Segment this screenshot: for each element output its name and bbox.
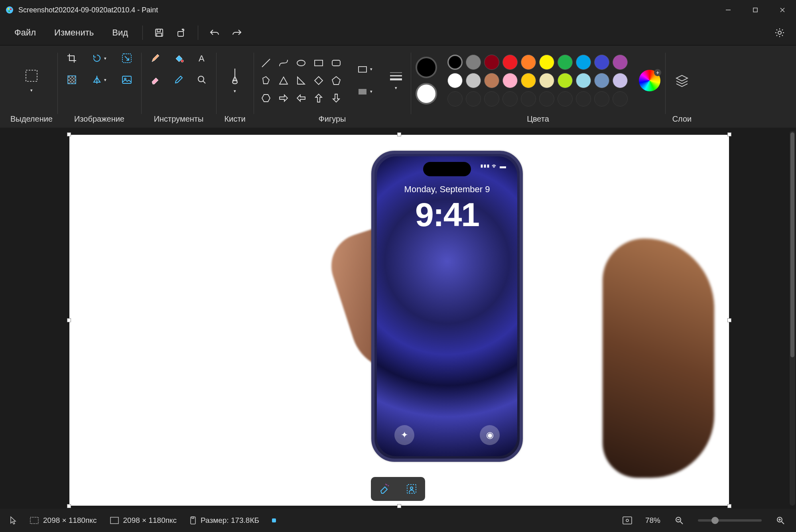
- color-swatch[interactable]: [484, 73, 499, 88]
- color-swatch-empty[interactable]: [447, 91, 463, 106]
- minimize-button[interactable]: [715, 0, 742, 20]
- pencil-tool[interactable]: [146, 49, 165, 68]
- color-swatch[interactable]: [502, 55, 518, 70]
- shape-curve[interactable]: [276, 55, 291, 71]
- eraser-tool[interactable]: [146, 70, 165, 89]
- fill-tool[interactable]: [169, 49, 188, 68]
- menu-view[interactable]: Вид: [105, 24, 135, 41]
- shape-arrow-down[interactable]: [329, 91, 344, 106]
- layers-button[interactable]: [670, 57, 694, 104]
- shape-pentagon[interactable]: [329, 73, 344, 88]
- zoom-slider[interactable]: [698, 519, 762, 522]
- canvas[interactable]: ▮▮▮ ᯤ ▬ Monday, September 9 9:41 ✦ ◉: [69, 135, 729, 506]
- shape-roundrect[interactable]: [329, 55, 344, 71]
- text-tool[interactable]: A: [192, 49, 211, 68]
- color-swatch[interactable]: [484, 55, 499, 70]
- resize-handle[interactable]: [397, 132, 401, 136]
- edit-colors-button[interactable]: [639, 70, 660, 91]
- fit-screen-button[interactable]: [622, 516, 632, 525]
- phone-date: Monday, September 9: [377, 184, 517, 195]
- resize-handle[interactable]: [727, 318, 731, 322]
- zoom-out-button[interactable]: [673, 514, 685, 526]
- color-swatch[interactable]: [613, 73, 628, 88]
- shape-outline-button[interactable]: ▾: [351, 60, 379, 79]
- eyedropper-tool[interactable]: [169, 70, 188, 89]
- close-button[interactable]: [769, 0, 796, 20]
- share-button[interactable]: [172, 24, 191, 42]
- resize-handle[interactable]: [67, 318, 71, 322]
- image-insert-button[interactable]: [117, 70, 136, 89]
- shape-rect[interactable]: [311, 55, 326, 71]
- color-swatch[interactable]: [594, 73, 609, 88]
- color-swatch[interactable]: [558, 73, 573, 88]
- color-swatch-empty[interactable]: [576, 91, 591, 106]
- color-swatch[interactable]: [466, 55, 481, 70]
- zoom-in-button[interactable]: [774, 514, 786, 526]
- color-swatch-empty[interactable]: [502, 91, 518, 106]
- shape-arrow-left[interactable]: [294, 91, 309, 106]
- group-shapes: ▾ ▾ ▾ Фигуры: [254, 49, 411, 128]
- maximize-button[interactable]: [742, 0, 769, 20]
- shape-fill-button[interactable]: ▾: [351, 82, 379, 101]
- select-tool[interactable]: ▾: [18, 57, 45, 104]
- zoom-tool[interactable]: [192, 70, 211, 89]
- svg-rect-5: [753, 8, 757, 12]
- color-swatch-empty[interactable]: [466, 91, 481, 106]
- shape-arrow-up[interactable]: [311, 91, 326, 106]
- magic-erase-button[interactable]: [376, 480, 393, 498]
- redo-button[interactable]: [228, 24, 246, 42]
- color-swatch[interactable]: [521, 73, 536, 88]
- undo-button[interactable]: [205, 24, 224, 42]
- color-swatch[interactable]: [576, 73, 591, 88]
- rotate-button[interactable]: ▾: [85, 49, 113, 68]
- transparent-button[interactable]: [62, 70, 81, 89]
- color-swatch-empty[interactable]: [558, 91, 573, 106]
- color-swatch[interactable]: [539, 55, 554, 70]
- color-swatch[interactable]: [466, 73, 481, 88]
- color-swatch[interactable]: [502, 73, 518, 88]
- resize-handle[interactable]: [727, 132, 731, 136]
- remove-bg-button[interactable]: [403, 480, 420, 498]
- selection-size: 2098 × 1180пкс: [30, 516, 97, 525]
- color-swatch[interactable]: [558, 55, 573, 70]
- settings-button[interactable]: [770, 24, 789, 42]
- shape-triangle[interactable]: [276, 73, 291, 88]
- color-swatch[interactable]: [613, 55, 628, 70]
- separator: [142, 26, 143, 40]
- color-swatch-empty[interactable]: [594, 91, 609, 106]
- color-swatch[interactable]: [521, 55, 536, 70]
- resize-handle[interactable]: [727, 504, 731, 508]
- shape-arrow-right[interactable]: [276, 91, 291, 106]
- brush-tool[interactable]: ▾: [221, 57, 249, 104]
- color-palette: [447, 55, 629, 106]
- save-button[interactable]: [150, 24, 168, 42]
- shape-oval[interactable]: [294, 55, 309, 71]
- color-swatch[interactable]: [576, 55, 591, 70]
- shape-hexagon[interactable]: [258, 91, 274, 106]
- phone-time: 9:41: [377, 195, 517, 234]
- color-swatch[interactable]: [447, 73, 463, 88]
- vertical-scrollbar[interactable]: [790, 131, 795, 506]
- shape-diamond[interactable]: [311, 73, 326, 88]
- color-swatch[interactable]: [594, 55, 609, 70]
- flip-button[interactable]: ▾: [85, 70, 113, 89]
- resize-canvas-button[interactable]: [117, 49, 136, 68]
- crop-button[interactable]: [62, 49, 81, 68]
- camera-icon: ◉: [480, 425, 500, 445]
- shape-polygon[interactable]: [258, 73, 274, 88]
- resize-handle[interactable]: [67, 132, 71, 136]
- primary-color[interactable]: [416, 57, 437, 78]
- secondary-color[interactable]: [416, 83, 437, 104]
- shape-line[interactable]: [258, 55, 274, 71]
- menu-edit[interactable]: Изменить: [47, 24, 101, 41]
- color-swatch-empty[interactable]: [539, 91, 554, 106]
- color-swatch-empty[interactable]: [521, 91, 536, 106]
- color-swatch-empty[interactable]: [613, 91, 628, 106]
- color-swatch-empty[interactable]: [484, 91, 499, 106]
- color-swatch[interactable]: [539, 73, 554, 88]
- color-swatch[interactable]: [447, 55, 463, 70]
- stroke-width-button[interactable]: ▾: [386, 57, 406, 104]
- shape-right-triangle[interactable]: [294, 73, 309, 88]
- menu-file[interactable]: Файл: [7, 24, 43, 41]
- resize-handle[interactable]: [67, 504, 71, 508]
